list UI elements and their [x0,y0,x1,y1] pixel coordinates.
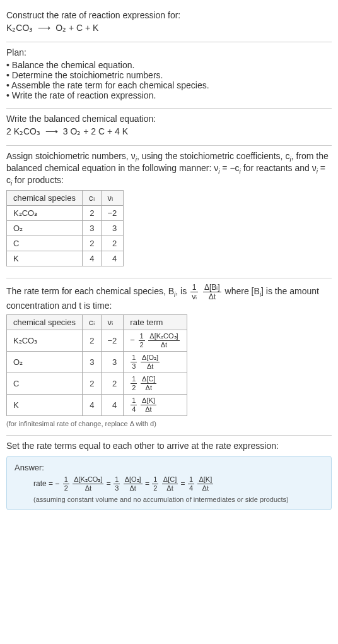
stoich-table: chemical species cᵢ νᵢ K₂CO₃ 2 −2 O₂ 3 3… [6,190,124,266]
frac-bot: Δt [141,384,156,391]
fraction: Δ[O₂]Δt [124,476,143,492]
fraction: Δ[K₂CO₃]Δt [148,333,179,349]
stoich-text: Assign stoichiometric numbers, νi, using… [6,151,332,186]
cell-nu: 2 [101,373,124,395]
fraction: Δ[Bᵢ]Δt [203,283,221,301]
text: = −c [219,163,239,173]
table-row: K₂CO₃ 2 −2 − 12 Δ[K₂CO₃]Δt [7,330,187,352]
fraction: Δ[C]Δt [162,476,178,492]
text: , is [175,287,189,297]
col-c: cᵢ [83,315,102,330]
plan-step: Determine the stoichiometric numbers. [6,70,332,80]
frac-top: 1 [139,333,145,341]
fraction: Δ[C]Δt [141,376,156,391]
frac-bot: 3 [114,484,120,492]
rate-table: chemical species cᵢ νᵢ rate term K₂CO₃ 2… [6,314,187,416]
frac-top: Δ[O₂] [141,354,160,362]
table-row: K₂CO₃ 2 −2 [7,206,124,221]
frac-top: Δ[C] [162,476,178,484]
frac-bot: Δt [203,292,221,301]
frac-bot: Δt [141,362,160,370]
unbalanced-equation: K₂CO₃ ⟶ O₂ + C + K [6,23,332,33]
frac-top: 1 [114,476,120,484]
frac-top: 1 [131,376,137,384]
frac-bot: Δt [162,484,178,492]
frac-bot: 4 [188,484,194,492]
text: Assign stoichiometric numbers, ν [6,151,136,161]
frac-bot: νᵢ [190,292,198,301]
cell-c: 2 [83,206,102,221]
neg-sign: − [130,335,135,345]
frac-top: Δ[K] [141,397,156,405]
products: O₂ + C + K [55,23,98,33]
cell-species: C [7,236,83,251]
cell-c: 3 [83,221,102,236]
fraction: 12 [152,476,158,492]
cell-c: 2 [83,373,102,395]
cell-rate-term: − 12 Δ[K₂CO₃]Δt [124,330,187,352]
rate-prefix: rate = [33,479,55,488]
table-row: K 4 4 14 Δ[K]Δt [7,395,187,416]
balanced-section: Write the balanced chemical equation: 2 … [6,109,332,146]
cell-species: K₂CO₃ [7,330,83,352]
frac-top: 1 [63,476,69,484]
cell-nu: 3 [101,221,124,236]
plan-step: Balance the chemical equation. [6,60,332,70]
plan-section: Plan: Balance the chemical equation. Det… [6,42,332,109]
prompt-section: Construct the rate of reaction expressio… [6,5,332,42]
neg-sign: − [55,479,59,488]
cell-c: 2 [83,236,102,251]
frac-bot: 2 [63,484,69,492]
arrow-icon: ⟶ [45,126,58,136]
cell-c: 4 [83,251,102,266]
fraction: Δ[K]Δt [197,476,213,492]
infinitesimal-note: (for infinitesimal rate of change, repla… [6,420,332,427]
col-rate-term: rate term [124,315,187,330]
frac-top: 1 [188,476,194,484]
frac-top: Δ[C] [141,376,156,384]
equals: = [181,479,187,488]
fraction: Δ[K]Δt [141,397,156,413]
fraction: 12 [63,476,69,492]
cell-c: 3 [83,352,102,373]
table-row: K 4 4 [7,251,124,266]
reactant: K₂CO₃ [6,23,33,33]
text: for reactants and ν [241,163,317,173]
answer-box: Answer: rate = − 12 Δ[K₂CO₃]Δt = 13 Δ[O₂… [6,456,332,510]
final-title: Set the rate terms equal to each other t… [6,441,332,451]
assumption-note: (assuming constant volume and no accumul… [33,496,323,503]
fraction: Δ[O₂]Δt [141,354,160,370]
cell-rate-term: 12 Δ[C]Δt [124,373,187,395]
col-species: chemical species [7,191,83,206]
balanced-equation: 2 K₂CO₃ ⟶ 3 O₂ + 2 C + 4 K [6,126,332,136]
balanced-rhs: 3 O₂ + 2 C + 4 K [63,126,128,136]
fraction: 12 [139,333,145,349]
table-header-row: chemical species cᵢ νᵢ rate term [7,315,187,330]
balanced-lhs: 2 K₂CO₃ [6,126,40,136]
cell-rate-term: 13 Δ[O₂]Δt [124,352,187,373]
equals: = [145,479,151,488]
plan-steps: Balance the chemical equation. Determine… [6,60,332,100]
cell-species: K [7,395,83,416]
fraction: 14 [188,476,194,492]
rate-text: The rate term for each chemical species,… [6,283,332,311]
cell-nu: 2 [101,236,124,251]
frac-bot: 4 [131,405,137,413]
cell-nu: 4 [101,395,124,416]
frac-bot: Δt [148,341,179,349]
text: , using the stoichiometric coefficients,… [137,151,290,161]
col-nu: νᵢ [101,315,124,330]
frac-bot: Δt [124,484,143,492]
frac-top: Δ[K₂CO₃] [148,333,179,341]
frac-top: 1 [152,476,158,484]
plan-step: Write the rate of reaction expression. [6,90,332,100]
col-nu: νᵢ [101,191,124,206]
table-row: O₂ 3 3 [7,221,124,236]
frac-bot: 2 [131,384,137,391]
arrow-icon: ⟶ [38,23,50,33]
fraction: 14 [131,397,137,413]
fraction: Δ[K₂CO₃]Δt [73,476,103,492]
col-c: cᵢ [83,191,102,206]
cell-nu: 3 [101,352,124,373]
frac-top: Δ[K₂CO₃] [73,476,103,484]
